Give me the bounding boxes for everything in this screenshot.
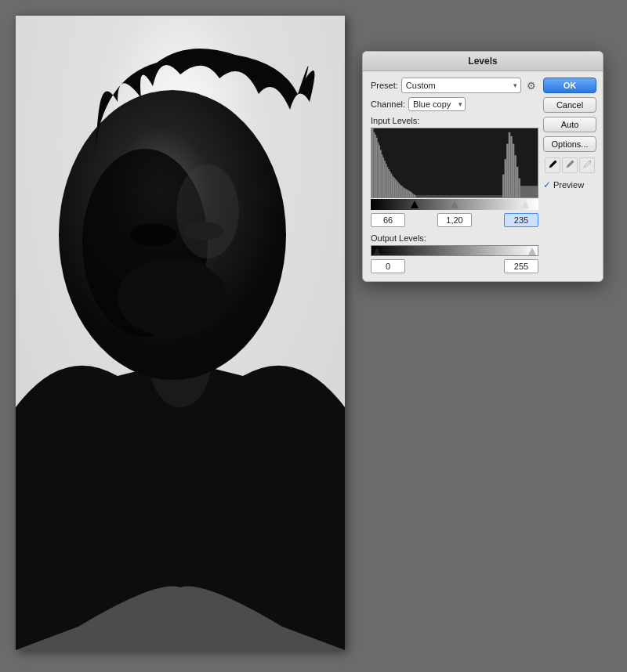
dialog-buttons-column: OK Cancel Auto Options... ✓ Pr — [543, 78, 596, 273]
svg-rect-38 — [411, 192, 412, 197]
svg-rect-52 — [520, 186, 538, 197]
svg-rect-45 — [506, 144, 509, 197]
svg-rect-34 — [405, 189, 407, 197]
input-values-row — [371, 213, 538, 227]
svg-rect-41 — [415, 195, 416, 197]
black-eyedropper-icon — [548, 160, 557, 171]
svg-rect-25 — [393, 178, 395, 197]
svg-rect-35 — [407, 190, 408, 197]
levels-dialog: Levels Preset: Custom ▾ ⚙ Channel: — [362, 51, 603, 282]
output-black-value[interactable] — [371, 259, 405, 273]
input-gray-handle[interactable] — [451, 201, 458, 208]
input-white-value[interactable] — [504, 213, 538, 227]
svg-rect-24 — [392, 176, 393, 197]
input-white-handle[interactable] — [521, 201, 529, 208]
ok-button[interactable]: OK — [543, 78, 596, 93]
channel-label: Channel: — [371, 99, 405, 109]
black-eyedropper-button[interactable] — [545, 157, 560, 173]
svg-rect-49 — [514, 155, 516, 197]
svg-rect-20 — [387, 167, 389, 197]
svg-rect-42 — [416, 195, 502, 197]
histogram-container — [371, 128, 538, 198]
dialog-content: Preset: Custom ▾ ⚙ Channel: Blue copy — [363, 71, 603, 281]
output-levels-label: Output Levels: — [371, 233, 538, 243]
svg-rect-48 — [513, 144, 515, 197]
svg-rect-27 — [396, 180, 397, 197]
svg-rect-29 — [399, 183, 400, 197]
output-gradient-track[interactable] — [371, 245, 538, 256]
dialog-titlebar: Levels — [363, 52, 603, 71]
svg-rect-47 — [510, 136, 513, 197]
svg-rect-18 — [384, 161, 386, 197]
svg-rect-17 — [382, 157, 384, 197]
svg-rect-10 — [374, 132, 375, 197]
gear-button[interactable]: ⚙ — [524, 78, 538, 92]
gear-icon: ⚙ — [527, 80, 536, 92]
dialog-main-controls: Preset: Custom ▾ ⚙ Channel: Blue copy — [371, 78, 538, 273]
channel-value: Blue copy — [413, 99, 451, 109]
svg-rect-13 — [378, 143, 379, 197]
svg-rect-44 — [505, 159, 507, 197]
auto-button[interactable]: Auto — [543, 117, 596, 132]
svg-rect-9 — [371, 128, 374, 197]
svg-rect-50 — [516, 167, 519, 197]
svg-rect-46 — [509, 132, 511, 197]
svg-rect-15 — [380, 150, 382, 197]
svg-rect-40 — [413, 194, 415, 197]
input-mid-value[interactable] — [437, 213, 472, 227]
preset-select-display[interactable]: Custom — [401, 78, 521, 93]
output-white-value[interactable] — [504, 259, 538, 273]
output-values-row — [371, 259, 538, 273]
input-levels-label: Input Levels: — [371, 116, 538, 125]
svg-rect-26 — [395, 179, 397, 197]
preview-label: Preview — [553, 180, 584, 190]
svg-rect-37 — [409, 191, 411, 197]
svg-rect-12 — [376, 138, 378, 197]
svg-rect-51 — [518, 179, 520, 197]
preset-label: Preset: — [371, 81, 398, 90]
preset-value: Custom — [406, 81, 436, 90]
cancel-button[interactable]: Cancel — [543, 97, 596, 113]
svg-rect-43 — [502, 175, 505, 197]
svg-rect-28 — [397, 182, 399, 197]
preset-row: Preset: Custom ▾ ⚙ — [371, 78, 538, 93]
channel-row: Channel: Blue copy ▾ — [371, 97, 538, 111]
preset-select-wrapper[interactable]: Custom ▾ — [401, 78, 521, 93]
svg-rect-14 — [379, 146, 380, 197]
svg-point-8 — [176, 164, 239, 258]
svg-rect-31 — [401, 186, 403, 197]
svg-rect-19 — [386, 164, 387, 197]
options-button[interactable]: Options... — [543, 136, 596, 152]
input-black-value[interactable] — [371, 213, 405, 227]
svg-rect-11 — [375, 135, 376, 197]
input-slider-track[interactable] — [371, 199, 538, 210]
svg-rect-39 — [412, 193, 414, 197]
output-white-handle[interactable] — [528, 247, 536, 255]
svg-rect-36 — [408, 190, 410, 197]
svg-rect-23 — [391, 174, 393, 197]
svg-point-7 — [118, 258, 227, 337]
output-black-handle[interactable] — [373, 247, 381, 255]
histogram-chart — [371, 128, 538, 197]
input-black-handle[interactable] — [411, 201, 419, 208]
output-section: Output Levels: — [371, 233, 538, 273]
eyedropper-row — [543, 157, 596, 173]
svg-rect-16 — [382, 154, 383, 197]
channel-select-display[interactable]: Blue copy — [408, 97, 466, 111]
white-eyedropper-button[interactable] — [579, 157, 595, 173]
svg-point-5 — [129, 223, 176, 247]
white-eyedropper-icon — [582, 160, 592, 171]
portrait-image — [16, 16, 345, 650]
preview-checkmark-icon: ✓ — [543, 179, 551, 190]
svg-rect-21 — [388, 169, 390, 197]
dialog-title: Levels — [468, 56, 497, 67]
svg-rect-22 — [390, 172, 391, 197]
svg-rect-33 — [404, 188, 406, 197]
svg-rect-32 — [403, 187, 404, 197]
svg-rect-30 — [400, 185, 401, 197]
channel-select-wrapper[interactable]: Blue copy ▾ — [408, 97, 466, 111]
gray-eyedropper-button[interactable] — [562, 157, 578, 173]
gray-eyedropper-icon — [565, 160, 574, 171]
canvas-area — [16, 16, 345, 650]
preview-row: ✓ Preview — [543, 179, 596, 190]
